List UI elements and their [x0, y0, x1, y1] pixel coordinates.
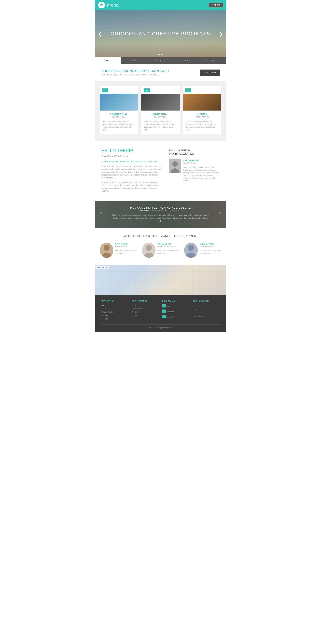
svg-point-7 — [146, 245, 152, 251]
quote-mark-left: " — [100, 211, 102, 218]
service-card-commercial: 01 COMMERCIAL DOLORE IPSUM Dolor nunc vu… — [100, 86, 138, 134]
team-section: MEET OUR TEAM THAT MAKES IT ALL HAPPEN. … — [95, 228, 226, 264]
person-avatar — [169, 159, 181, 173]
service-image-1 — [100, 94, 138, 110]
instagram-icon[interactable]: in — [162, 315, 166, 318]
team-info-1: SAM ROCK CHIEF ARCHITECT Mes cuml ete to… — [115, 243, 137, 255]
svg-point-1 — [172, 161, 178, 167]
site-header: 🏛 archo. HIRE US — [95, 0, 226, 10]
person-name: SAM SMOOTH — [183, 159, 220, 162]
service-text-2: Dolor nunc vulse putabatur ipsit dor con… — [141, 120, 180, 131]
nav-services[interactable]: SERVICES — [147, 58, 174, 64]
footer-follow-heading: FOLLOW US — [162, 300, 189, 302]
facebook-icon[interactable]: f — [162, 310, 166, 313]
about-section: HELLO THERE! WELCOME TO OUR SITE LOREM I… — [95, 141, 226, 201]
social-facebook-row: f facebook — [162, 310, 189, 314]
footer-nav-services[interactable]: Services — [102, 314, 129, 317]
service-sub-3: DOLORE IPSUM — [183, 116, 221, 119]
brand-name: archo. — [107, 2, 120, 8]
main-nav: HOME ABOUT SERVICES NEWS CONTACTS — [95, 58, 226, 64]
about-para2: Ite sed in lacus ut enisest ipsit dolor … — [102, 181, 162, 192]
location-mail-icon: ✉ — [193, 312, 220, 314]
service-num-3: 03 — [185, 88, 191, 92]
service-sub-1: DOLORE IPSUM — [100, 116, 138, 119]
hero-section: ❮ ORIGINAL AND CREATIVE PROJECTS ❯ — [95, 10, 226, 58]
footer-grid: NAVIGATION Home About Member Profile Ser… — [102, 300, 220, 321]
person-info: SAM SMOOTH DOLORE IPSUM Dolor nunc vulse… — [183, 159, 220, 182]
footer-location-heading: OUR LOCATION — [193, 300, 220, 302]
intro-text: CREATING DESIGNS OF ANY COMPLEXITY MES C… — [102, 69, 170, 76]
footer-phone: info@archo.com — [193, 315, 220, 318]
intro-subtext: MES CUML DIA SED INENIAS CET INGER LOT A… — [102, 74, 170, 76]
quote-section: " MES CUML DIA SED INENIASINGE DOLOREIPS… — [95, 201, 226, 228]
team-role-3: CREATIVE DIRECTOR — [200, 246, 221, 248]
person-card: SAM SMOOTH DOLORE IPSUM Dolor nunc vulse… — [169, 159, 220, 182]
map-section: View larger map — [95, 264, 226, 295]
instagram-label: instagram — [167, 316, 174, 318]
header-brand: 🏛 archo. — [98, 2, 120, 8]
footer-members-services[interactable]: Services — [132, 311, 159, 314]
facebook-label: facebook — [167, 311, 174, 313]
team-member-3: MIKE BRONS CREATIVE DIRECTOR Mes cuml et… — [184, 243, 221, 258]
footer-members-contacts[interactable]: Contacts — [132, 314, 159, 317]
footer-nav-home[interactable]: Home — [102, 304, 129, 307]
intro-section: CREATING DESIGNS OF ANY COMPLEXITY MES C… — [95, 64, 226, 81]
svg-point-10 — [188, 245, 194, 251]
team-avatar-1 — [100, 243, 113, 258]
footer-nav-about[interactable]: About — [102, 308, 129, 310]
service-card-luxury: 03 LUXURY DOLORE IPSUM Dolor nunc vulse … — [183, 86, 221, 134]
hero-next-arrow[interactable]: ❯ — [217, 29, 225, 38]
team-info-3: MIKE BRONS CREATIVE DIRECTOR Mes cuml et… — [200, 243, 221, 255]
hero-dot-2[interactable] — [161, 54, 163, 55]
service-card-industrial: 02 INDUSTRIAL DOLORE IPSUM Dolor nunc vu… — [141, 86, 180, 134]
svg-point-4 — [104, 245, 110, 251]
more-info-button[interactable]: MORE INFO — [200, 70, 219, 76]
social-twitter-row: t twitter — [162, 304, 189, 308]
footer-bottom: archo. © 2015 | Privacy Policy — [102, 324, 220, 329]
footer-members-home[interactable]: Home — [132, 304, 159, 307]
team-info-2: SARA CLOW INTERIOR DESIGNER Mes cuml ete… — [158, 243, 179, 255]
team-text-1: Mes cuml ete totabulas dere sumt dulce u… — [115, 250, 137, 255]
footer-navigation: NAVIGATION Home About Member Profile Ser… — [102, 300, 129, 321]
quote-text: Dolor hune vulse putabatur ipsit dor dot… — [112, 214, 210, 222]
service-title-3: LUXURY — [183, 113, 221, 116]
footer-for-members: FOR MEMBERS Home Member Profile Services… — [132, 300, 159, 321]
twitter-icon[interactable]: t — [162, 304, 166, 308]
hero-prev-arrow[interactable]: ❮ — [96, 29, 104, 38]
footer-copyright: archo. © 2015 | Privacy Policy — [149, 327, 172, 329]
social-instagram-row: in instagram — [162, 315, 189, 319]
service-num-2: 02 — [144, 88, 149, 92]
hire-us-button[interactable]: HIRE US — [209, 3, 223, 8]
map-label[interactable]: View larger map — [96, 266, 109, 269]
team-text-2: Mes cuml ete totabulas dere sumt dulce u… — [158, 250, 179, 255]
about-lorem-heading: LOREM IPSUM DOLOR SIT AMET, CONSECTETUR … — [102, 160, 162, 163]
team-name-3: MIKE BRONS — [200, 243, 221, 245]
footer-nav-contacts[interactable]: Contacts — [102, 318, 129, 320]
about-welcome: WELCOME TO OUR SITE — [102, 154, 162, 158]
person-text: Dolor nunc vulse putabatur ipsit dor con… — [183, 166, 220, 182]
about-right: GET TO KNOWMORE ABOUT US SAM SMOOTH DOLO… — [169, 148, 220, 194]
service-title-2: INDUSTRIAL — [141, 113, 180, 116]
service-sub-2: DOLORE IPSUM — [141, 116, 180, 119]
footer-address: archo. — [193, 308, 220, 311]
footer-nav-member[interactable]: Member Profile — [102, 311, 129, 314]
nav-news[interactable]: NEWS — [174, 58, 200, 64]
footer-members-profile[interactable]: Member Profile — [132, 308, 159, 310]
hero-dot-1[interactable] — [158, 54, 160, 55]
nav-contacts[interactable]: CONTACTS — [200, 58, 226, 64]
team-title: MEET OUR TEAM THAT MAKES IT ALL HAPPEN. — [100, 234, 221, 238]
person-role: DOLORE IPSUM — [183, 162, 220, 165]
map-overlay — [95, 264, 226, 295]
service-image-2 — [141, 94, 180, 110]
location-home-icon: ⌂ — [193, 304, 220, 307]
intro-heading: CREATING DESIGNS OF ANY COMPLEXITY — [102, 69, 170, 73]
footer-follow-us: FOLLOW US t twitter f facebook in instag… — [162, 300, 189, 321]
nav-home[interactable]: HOME — [95, 58, 121, 64]
service-text-1: Dolor nunc vulse putabatur ipsit dor con… — [100, 120, 138, 131]
twitter-label: twitter — [167, 306, 172, 307]
service-image-3 — [183, 94, 221, 110]
hero-dots — [158, 54, 163, 55]
nav-about[interactable]: ABOUT — [121, 58, 147, 64]
services-grid: 01 COMMERCIAL DOLORE IPSUM Dolor nunc vu… — [100, 86, 221, 134]
footer-members-heading: FOR MEMBERS — [132, 300, 159, 302]
